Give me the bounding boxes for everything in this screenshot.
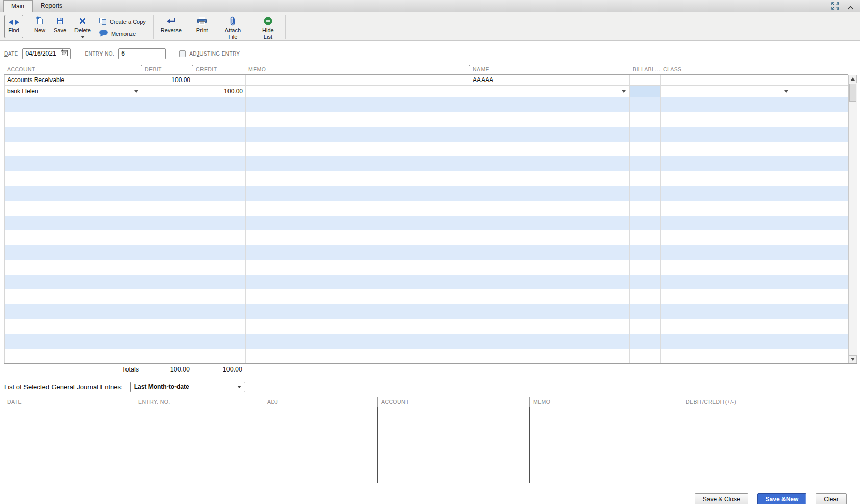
print-button[interactable]: Print <box>192 14 212 34</box>
journal-empty-cell[interactable] <box>629 275 660 289</box>
journal-empty-cell[interactable] <box>245 142 470 156</box>
journal-empty-cell[interactable] <box>660 97 849 112</box>
journal-empty-cell[interactable] <box>193 171 245 186</box>
journal-empty-cell[interactable] <box>245 112 470 127</box>
journal-empty-cell[interactable] <box>470 112 629 127</box>
journal-empty-cell[interactable] <box>470 186 629 201</box>
journal-cell-class[interactable] <box>660 86 849 97</box>
journal-empty-cell[interactable] <box>142 275 193 289</box>
journal-empty-cell[interactable] <box>470 304 629 319</box>
save-and-new-button[interactable]: Save & New <box>757 493 807 504</box>
journal-empty-row[interactable] <box>5 156 848 171</box>
journal-empty-cell[interactable] <box>629 260 660 275</box>
journal-empty-cell[interactable] <box>193 304 245 319</box>
clear-button[interactable]: Clear <box>816 493 847 504</box>
journal-empty-cell[interactable] <box>142 319 193 334</box>
journal-empty-cell[interactable] <box>193 156 245 171</box>
journal-empty-cell[interactable] <box>629 156 660 171</box>
journal-empty-cell[interactable] <box>660 334 849 349</box>
journal-empty-cell[interactable] <box>245 319 470 334</box>
journal-empty-row[interactable] <box>5 201 848 216</box>
journal-empty-cell[interactable] <box>142 245 193 260</box>
journal-empty-cell[interactable] <box>245 289 470 304</box>
journal-empty-cell[interactable] <box>5 97 142 112</box>
journal-empty-cell[interactable] <box>5 304 142 319</box>
journal-empty-cell[interactable] <box>245 216 470 230</box>
journal-empty-cell[interactable] <box>193 275 245 289</box>
collapse-ribbon-icon[interactable] <box>847 3 854 12</box>
journal-cell-name[interactable] <box>470 86 629 97</box>
journal-empty-cell[interactable] <box>629 201 660 216</box>
journal-empty-cell[interactable] <box>142 112 193 127</box>
journal-empty-cell[interactable] <box>470 349 629 363</box>
journal-empty-cell[interactable] <box>193 230 245 245</box>
journal-empty-cell[interactable] <box>5 319 142 334</box>
journal-empty-cell[interactable] <box>660 112 849 127</box>
journal-empty-cell[interactable] <box>629 349 660 363</box>
journal-empty-row[interactable] <box>5 112 848 127</box>
journal-empty-cell[interactable] <box>193 127 245 142</box>
journal-empty-cell[interactable] <box>5 186 142 201</box>
journal-empty-cell[interactable] <box>245 201 470 216</box>
journal-empty-row[interactable] <box>5 304 848 319</box>
journal-empty-cell[interactable] <box>245 186 470 201</box>
save-button[interactable]: Save <box>49 14 70 34</box>
journal-empty-cell[interactable] <box>470 127 629 142</box>
journal-empty-row[interactable] <box>5 127 848 142</box>
tab-main[interactable]: Main <box>3 0 33 12</box>
journal-cell-billable[interactable] <box>629 86 660 97</box>
journal-empty-cell[interactable] <box>660 289 849 304</box>
journal-empty-row[interactable] <box>5 349 848 363</box>
find-previous-icon[interactable] <box>9 20 13 25</box>
journal-empty-cell[interactable] <box>142 230 193 245</box>
journal-cell-class[interactable] <box>660 75 849 85</box>
journal-empty-cell[interactable] <box>470 216 629 230</box>
find-button[interactable]: Find <box>4 15 23 38</box>
journal-empty-cell[interactable] <box>660 260 849 275</box>
journal-empty-row[interactable] <box>5 289 848 304</box>
journal-empty-cell[interactable] <box>5 349 142 363</box>
journal-empty-cell[interactable] <box>660 127 849 142</box>
journal-empty-cell[interactable] <box>245 304 470 319</box>
journal-empty-row[interactable] <box>5 334 848 349</box>
journal-empty-cell[interactable] <box>660 245 849 260</box>
journal-empty-cell[interactable] <box>5 171 142 186</box>
journal-empty-row[interactable] <box>5 319 848 334</box>
journal-empty-cell[interactable] <box>5 156 142 171</box>
journal-empty-cell[interactable] <box>193 349 245 363</box>
journal-row[interactable]: bank Helen100.00 <box>5 86 848 97</box>
journal-cell-account[interactable]: bank Helen <box>5 86 142 97</box>
journal-empty-row[interactable] <box>5 275 848 289</box>
tab-reports[interactable]: Reports <box>33 0 70 12</box>
journal-empty-cell[interactable] <box>142 260 193 275</box>
journal-empty-cell[interactable] <box>5 260 142 275</box>
journal-empty-cell[interactable] <box>193 334 245 349</box>
journal-empty-row[interactable] <box>5 216 848 230</box>
journal-empty-cell[interactable] <box>142 334 193 349</box>
journal-empty-cell[interactable] <box>660 349 849 363</box>
journal-empty-cell[interactable] <box>193 112 245 127</box>
journal-cell-credit[interactable]: 100.00 <box>193 86 245 97</box>
journal-empty-cell[interactable] <box>245 171 470 186</box>
delete-button[interactable]: Delete <box>70 14 95 38</box>
date-range-filter-dropdown[interactable]: Last Month-to-date <box>130 382 245 392</box>
journal-empty-cell[interactable] <box>629 304 660 319</box>
find-next-icon[interactable] <box>15 20 19 25</box>
journal-empty-cell[interactable] <box>629 230 660 245</box>
journal-empty-cell[interactable] <box>142 156 193 171</box>
journal-empty-cell[interactable] <box>142 171 193 186</box>
journal-empty-cell[interactable] <box>660 156 849 171</box>
journal-empty-cell[interactable] <box>193 260 245 275</box>
journal-empty-cell[interactable] <box>629 97 660 112</box>
create-copy-button[interactable]: Create a Copy <box>99 17 146 26</box>
journal-cell-debit[interactable]: 100.00 <box>142 75 193 85</box>
journal-empty-cell[interactable] <box>629 171 660 186</box>
delete-dropdown-icon[interactable] <box>81 36 85 38</box>
journal-empty-row[interactable] <box>5 142 848 156</box>
journal-empty-cell[interactable] <box>5 334 142 349</box>
journal-empty-cell[interactable] <box>660 142 849 156</box>
journal-empty-cell[interactable] <box>5 127 142 142</box>
journal-empty-cell[interactable] <box>142 142 193 156</box>
journal-empty-cell[interactable] <box>629 112 660 127</box>
journal-empty-cell[interactable] <box>5 201 142 216</box>
